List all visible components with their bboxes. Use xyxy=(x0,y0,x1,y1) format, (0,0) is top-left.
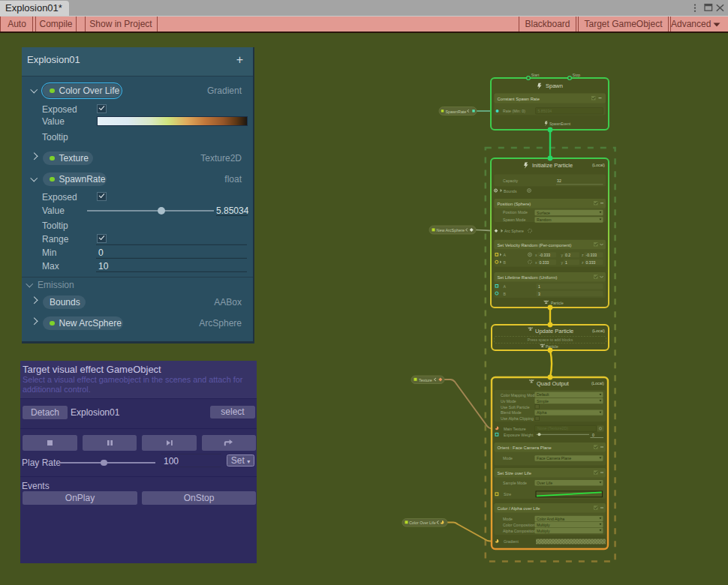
svg-text:Color / Alpha over Life: Color / Alpha over Life xyxy=(498,506,540,511)
svg-text:Over Life: Over Life xyxy=(537,481,552,485)
svg-text:Color Composition: Color Composition xyxy=(503,523,535,527)
svg-text:Color And Alpha: Color And Alpha xyxy=(537,517,564,521)
svg-text:Spawn Mode: Spawn Mode xyxy=(503,218,525,222)
svg-text:Use Alpha Clipping: Use Alpha Clipping xyxy=(501,416,534,421)
svg-text:Set Velocity Random (Per-compo: Set Velocity Random (Per-component) xyxy=(498,243,572,248)
svg-text:Multiply: Multiply xyxy=(537,523,550,527)
svg-text:Mode: Mode xyxy=(503,456,513,460)
svg-text:Spawn: Spawn xyxy=(546,82,563,89)
svg-text:Gradient: Gradient xyxy=(504,539,519,544)
svg-text:Texture: Texture xyxy=(419,378,432,382)
svg-text:Random: Random xyxy=(537,218,552,222)
svg-text:Position (Sphere): Position (Sphere) xyxy=(498,202,531,206)
svg-text:B: B xyxy=(504,292,507,296)
svg-text:Blend Mode: Blend Mode xyxy=(501,410,522,415)
svg-text:Quad Output: Quad Output xyxy=(537,380,570,387)
svg-text:0.333: 0.333 xyxy=(586,260,596,265)
svg-text:Update Particle: Update Particle xyxy=(535,328,573,334)
svg-text:Orient : Face Camera Plane: Orient : Face Camera Plane xyxy=(498,446,552,450)
svg-text:Default: Default xyxy=(537,392,549,397)
svg-text:(Local): (Local) xyxy=(591,381,604,386)
svg-text:Initialize Particle: Initialize Particle xyxy=(532,162,573,169)
svg-text:Bounds: Bounds xyxy=(504,189,517,194)
svg-text:y: y xyxy=(561,253,564,257)
svg-text:Surface: Surface xyxy=(537,211,550,215)
svg-text:Position Mode: Position Mode xyxy=(503,210,528,214)
svg-text:Face Camera Plane: Face Camera Plane xyxy=(537,456,571,460)
svg-text:0: 0 xyxy=(592,433,594,437)
svg-text:Color Over Life: Color Over Life xyxy=(409,520,436,525)
svg-text:Constant Spawn Rate: Constant Spawn Rate xyxy=(498,97,540,101)
svg-text:32: 32 xyxy=(557,178,561,183)
svg-text:Use Soft Particle: Use Soft Particle xyxy=(501,405,530,410)
svg-text:A: A xyxy=(504,284,507,289)
svg-text:SpawnRate: SpawnRate xyxy=(446,110,467,114)
svg-text:Set Lifetime Random (Uniform): Set Lifetime Random (Uniform) xyxy=(498,275,558,280)
svg-text:-0.333: -0.333 xyxy=(540,253,551,257)
svg-text:z: z xyxy=(582,260,584,265)
svg-text:SpawnEvent: SpawnEvent xyxy=(549,122,571,126)
svg-text:Main Texture: Main Texture xyxy=(504,427,526,431)
svg-text:None (Texture2D): None (Texture2D) xyxy=(537,426,568,430)
svg-text:1: 1 xyxy=(538,284,540,289)
svg-text:Alpha: Alpha xyxy=(537,410,546,415)
svg-text:3: 3 xyxy=(538,292,540,296)
svg-text:x: x xyxy=(535,253,537,257)
svg-text:5.85034: 5.85034 xyxy=(538,109,552,113)
svg-text:A: A xyxy=(504,253,507,257)
svg-text:Exposure Weight: Exposure Weight xyxy=(504,433,534,437)
svg-text:Multiply: Multiply xyxy=(537,529,550,533)
svg-text:Set Size over Life: Set Size over Life xyxy=(498,471,531,476)
svg-text:Particle: Particle xyxy=(551,301,564,305)
svg-text:0.333: 0.333 xyxy=(540,260,549,265)
svg-text:Stop: Stop xyxy=(573,73,581,77)
svg-text:New ArcSphere: New ArcSphere xyxy=(437,228,465,232)
svg-text:Size: Size xyxy=(504,492,511,496)
svg-text:Capacity: Capacity xyxy=(503,178,519,183)
svg-text:-0.333: -0.333 xyxy=(586,253,597,257)
svg-text:Arc Sphere: Arc Sphere xyxy=(504,229,524,233)
svg-text:Rate (Min: 0): Rate (Min: 0) xyxy=(503,109,525,113)
svg-text:B: B xyxy=(504,260,507,265)
svg-text:Color Mapping Mod: Color Mapping Mod xyxy=(501,393,534,398)
svg-text:y: y xyxy=(561,260,564,265)
svg-text:Mode: Mode xyxy=(503,517,513,521)
svg-text:Particle: Particle xyxy=(546,344,558,349)
svg-text:1: 1 xyxy=(565,260,567,265)
svg-text:Alpha Composition: Alpha Composition xyxy=(503,529,536,533)
svg-text:Sample Mode: Sample Mode xyxy=(503,481,527,485)
svg-text:(Local): (Local) xyxy=(592,328,605,333)
svg-text:Start: Start xyxy=(531,73,540,77)
svg-text:Press space to add blocks: Press space to add blocks xyxy=(528,338,573,342)
svg-text:z: z xyxy=(582,253,584,257)
svg-text:x: x xyxy=(535,260,537,265)
svg-text:Uv Mode: Uv Mode xyxy=(501,399,516,404)
svg-text:0.2: 0.2 xyxy=(565,253,570,257)
svg-text:Simple: Simple xyxy=(537,399,549,404)
svg-text:(Local): (Local) xyxy=(592,163,605,167)
